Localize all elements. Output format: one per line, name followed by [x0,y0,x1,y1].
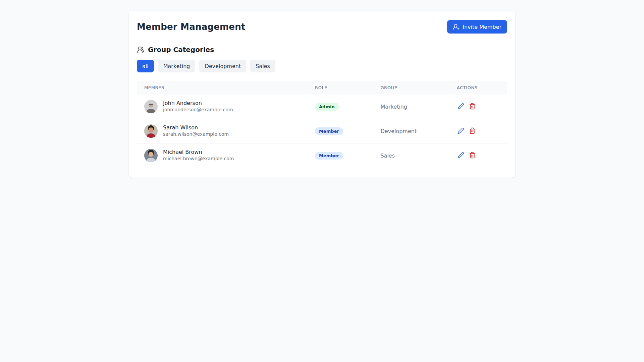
category-filter-button[interactable]: all [137,60,154,72]
member-group: Development [380,119,457,143]
member-row: Sarah Wilson sarah.wilson@example.com Me… [137,119,507,143]
edit-member-button[interactable] [457,102,465,111]
page-title: Member Management [137,22,246,32]
members-table: MEMBER ROLE GROUP ACTIONS [137,81,507,168]
trash-icon [469,103,476,111]
member-name: Michael Brown [163,149,234,156]
member-avatar [144,100,158,113]
edit-member-button[interactable] [457,127,465,136]
role-badge: Member [315,127,343,135]
category-filter-button[interactable]: Development [199,60,246,72]
card-header: Member Management Invite Member [137,20,507,34]
invite-member-label: Invite Member [463,24,501,30]
role-badge: Admin [315,103,339,111]
member-name: John Anderson [163,100,233,107]
delete-member-button[interactable] [468,151,476,160]
delete-member-button[interactable] [468,102,476,111]
member-avatar [144,124,158,138]
invite-member-button[interactable]: Invite Member [447,20,507,34]
column-header-member: MEMBER [137,81,315,95]
pencil-icon [458,103,464,111]
member-group: Marketing [380,95,457,119]
role-badge: Member [315,152,343,160]
pencil-icon [458,127,464,135]
trash-icon [469,127,476,135]
column-header-role: ROLE [315,81,380,95]
pencil-icon [458,152,464,160]
member-email: sarah.wilson@example.com [163,131,229,138]
column-header-actions: ACTIONS [457,81,507,95]
edit-member-button[interactable] [457,151,465,160]
group-categories-title: Group Categories [148,46,214,54]
user-plus-icon [453,23,460,30]
group-categories-header: Group Categories [137,46,507,54]
category-filter-button[interactable]: Sales [250,60,275,72]
table-header-row: MEMBER ROLE GROUP ACTIONS [137,81,507,95]
delete-member-button[interactable] [468,127,476,136]
member-email: john.anderson@example.com [163,107,233,113]
member-row: Michael Brown michael.brown@example.com … [137,143,507,168]
trash-icon [469,152,476,160]
member-avatar [144,149,158,162]
member-management-card: Member Management Invite Member Group Ca… [129,11,515,178]
members-table-body: John Anderson john.anderson@example.com … [137,95,507,168]
member-group: Sales [380,143,457,168]
category-filters: allMarketingDevelopmentSales [137,60,507,72]
category-filter-button[interactable]: Marketing [158,60,196,72]
users-icon [137,46,144,53]
member-name: Sarah Wilson [163,124,229,131]
member-email: michael.brown@example.com [163,156,234,162]
column-header-group: GROUP [380,81,457,95]
member-row: John Anderson john.anderson@example.com … [137,95,507,119]
